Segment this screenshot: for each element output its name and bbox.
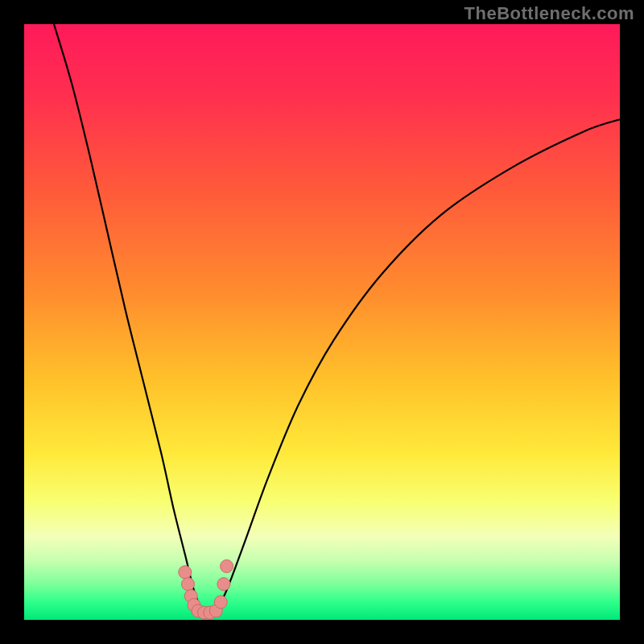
watermark-text: TheBottleneck.com bbox=[464, 3, 634, 24]
highlight-marker bbox=[179, 566, 192, 579]
highlight-marker bbox=[221, 559, 233, 572]
highlight-marker bbox=[214, 596, 227, 609]
highlight-marker bbox=[182, 578, 195, 591]
highlight-marker bbox=[217, 578, 230, 591]
left-branch-curve bbox=[54, 24, 203, 614]
marker-group bbox=[179, 559, 233, 619]
chart-frame: TheBottleneck.com bbox=[0, 0, 644, 644]
right-branch-curve bbox=[215, 119, 620, 613]
curve-layer bbox=[24, 24, 620, 620]
plot-area bbox=[24, 24, 620, 620]
